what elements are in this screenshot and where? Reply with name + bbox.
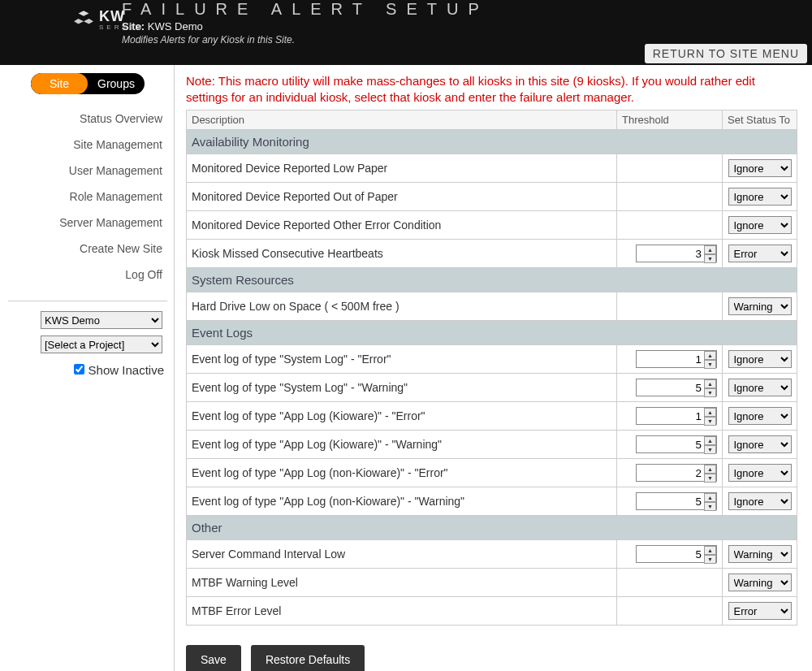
section-header: System Resources xyxy=(187,268,797,292)
status-cell: IgnoreWarningError xyxy=(723,154,797,183)
alert-description: Event log of type "App Log (Kioware)" - … xyxy=(187,402,617,431)
status-select[interactable]: IgnoreWarningError xyxy=(728,545,792,563)
status-cell: IgnoreWarningError xyxy=(723,569,797,597)
table-row: MTBF Warning LevelIgnoreWarningError xyxy=(187,569,797,597)
threshold-cell xyxy=(617,597,723,626)
status-select[interactable]: IgnoreWarningError xyxy=(728,297,792,315)
spinner-down-icon[interactable]: ▼ xyxy=(704,254,716,263)
site-line: Site: KWS Demo xyxy=(122,20,812,32)
status-select[interactable]: IgnoreWarningError xyxy=(728,602,792,620)
spinner-up-icon[interactable]: ▲ xyxy=(704,465,716,474)
col-status: Set Status To xyxy=(723,110,797,130)
status-cell: IgnoreWarningError xyxy=(723,240,797,268)
table-row: Event log of type "System Log" - "Warnin… xyxy=(187,374,797,402)
status-select[interactable]: IgnoreWarningError xyxy=(728,492,792,510)
site-name: KWS Demo xyxy=(148,20,203,32)
status-select[interactable]: IgnoreWarningError xyxy=(728,245,792,262)
threshold-cell xyxy=(617,569,723,597)
status-select[interactable]: IgnoreWarningError xyxy=(728,216,792,234)
alert-description: Monitored Device Reported Out of Paper xyxy=(187,183,617,211)
site-select[interactable]: KWS Demo xyxy=(41,311,162,329)
restore-defaults-button[interactable]: Restore Defaults xyxy=(251,645,365,671)
status-select[interactable]: IgnoreWarningError xyxy=(728,379,792,396)
spinner-down-icon[interactable]: ▼ xyxy=(704,417,716,426)
spinner-up-icon[interactable]: ▲ xyxy=(704,493,716,502)
show-inactive-checkbox[interactable] xyxy=(74,364,84,374)
spinner-down-icon[interactable]: ▼ xyxy=(704,502,716,511)
status-select[interactable]: IgnoreWarningError xyxy=(728,188,792,206)
alert-description: Event log of type "App Log (non-Kioware)… xyxy=(187,487,617,516)
alert-description: Event log of type "System Log" - "Warnin… xyxy=(187,374,617,402)
spinner-up-icon[interactable]: ▲ xyxy=(704,379,716,388)
spinner-down-icon[interactable]: ▼ xyxy=(704,388,716,397)
return-to-site-menu-button[interactable]: RETURN TO SITE MENU xyxy=(645,44,807,63)
status-cell: IgnoreWarningError xyxy=(723,292,797,321)
sidebar-item-status-overview[interactable]: Status Overview xyxy=(8,106,167,132)
sidebar-item-create-new-site[interactable]: Create New Site xyxy=(8,236,167,262)
alert-description: Monitored Device Reported Low Paper xyxy=(187,154,617,183)
sidebar-item-user-management[interactable]: User Management xyxy=(8,158,167,184)
warning-note: Note: This macro utility will make mass-… xyxy=(186,73,797,105)
show-inactive-label: Show Inactive xyxy=(89,363,164,377)
col-threshold: Threshold xyxy=(617,110,723,130)
threshold-cell: ▲▼ xyxy=(617,459,723,487)
status-select[interactable]: IgnoreWarningError xyxy=(728,435,792,453)
spinner-down-icon[interactable]: ▼ xyxy=(704,555,716,564)
table-row: Monitored Device Reported Out of PaperIg… xyxy=(187,183,797,211)
spinner-up-icon[interactable]: ▲ xyxy=(704,436,716,445)
alert-description: Event log of type "System Log" - "Error" xyxy=(187,345,617,374)
status-cell: IgnoreWarningError xyxy=(723,345,797,374)
status-select[interactable]: IgnoreWarningError xyxy=(728,407,792,425)
spinner-down-icon[interactable]: ▼ xyxy=(704,445,716,454)
threshold-cell: ▲▼ xyxy=(617,374,723,402)
spinner-up-icon[interactable]: ▲ xyxy=(704,351,716,360)
table-row: Hard Drive Low on Space ( < 500M free )I… xyxy=(187,292,797,321)
spinner-down-icon[interactable]: ▼ xyxy=(704,360,716,369)
col-description: Description xyxy=(187,110,617,130)
logo: KW SERVER xyxy=(73,8,145,31)
svg-marker-1 xyxy=(74,19,84,24)
status-select[interactable]: IgnoreWarningError xyxy=(728,159,792,177)
sidebar-item-site-management[interactable]: Site Management xyxy=(8,132,167,158)
svg-marker-0 xyxy=(79,11,89,16)
table-row: Monitored Device Reported Other Error Co… xyxy=(187,211,797,240)
table-row: Kiosk Missed Consecutive Heartbeats▲▼Ign… xyxy=(187,240,797,268)
page-title: FAILURE ALERT SETUP xyxy=(122,0,812,19)
spinner-up-icon[interactable]: ▲ xyxy=(704,546,716,555)
section-header: Availability Monitoring xyxy=(187,130,797,154)
spinner-down-icon[interactable]: ▼ xyxy=(704,474,716,483)
sidebar-item-server-management[interactable]: Server Management xyxy=(8,210,167,236)
status-cell: IgnoreWarningError xyxy=(723,374,797,402)
project-select[interactable]: [Select a Project] xyxy=(41,336,162,353)
alert-description: Server Command Interval Low xyxy=(187,540,617,569)
status-select[interactable]: IgnoreWarningError xyxy=(728,574,792,591)
save-button[interactable]: Save xyxy=(186,645,241,671)
sidebar-divider xyxy=(8,301,167,301)
table-row: Event log of type "App Log (non-Kioware)… xyxy=(187,459,797,487)
status-select[interactable]: IgnoreWarningError xyxy=(728,350,792,368)
tab-groups[interactable]: Groups xyxy=(88,73,145,94)
spinner-up-icon[interactable]: ▲ xyxy=(704,245,716,254)
alert-description: Event log of type "App Log (Kioware)" - … xyxy=(187,431,617,459)
status-cell: IgnoreWarningError xyxy=(723,402,797,431)
threshold-cell: ▲▼ xyxy=(617,240,723,268)
scope-tabs: Site Groups xyxy=(31,73,145,94)
threshold-cell xyxy=(617,211,723,240)
status-cell: IgnoreWarningError xyxy=(723,487,797,516)
alert-description: Event log of type "App Log (non-Kioware)… xyxy=(187,459,617,487)
alerts-table: Description Threshold Set Status To Avai… xyxy=(186,110,797,626)
main-content: Note: This macro utility will make mass-… xyxy=(175,65,812,671)
sidebar: Site Groups Status OverviewSite Manageme… xyxy=(0,65,175,671)
alert-description: MTBF Warning Level xyxy=(187,569,617,597)
status-select[interactable]: IgnoreWarningError xyxy=(728,464,792,482)
logo-icon xyxy=(73,9,94,30)
table-row: Event log of type "System Log" - "Error"… xyxy=(187,345,797,374)
threshold-cell xyxy=(617,183,723,211)
tab-site[interactable]: Site xyxy=(31,73,88,94)
alert-description: Monitored Device Reported Other Error Co… xyxy=(187,211,617,240)
status-cell: IgnoreWarningError xyxy=(723,431,797,459)
sidebar-item-log-off[interactable]: Log Off xyxy=(8,262,167,288)
table-row: Monitored Device Reported Low PaperIgnor… xyxy=(187,154,797,183)
spinner-up-icon[interactable]: ▲ xyxy=(704,408,716,417)
sidebar-item-role-management[interactable]: Role Management xyxy=(8,184,167,210)
